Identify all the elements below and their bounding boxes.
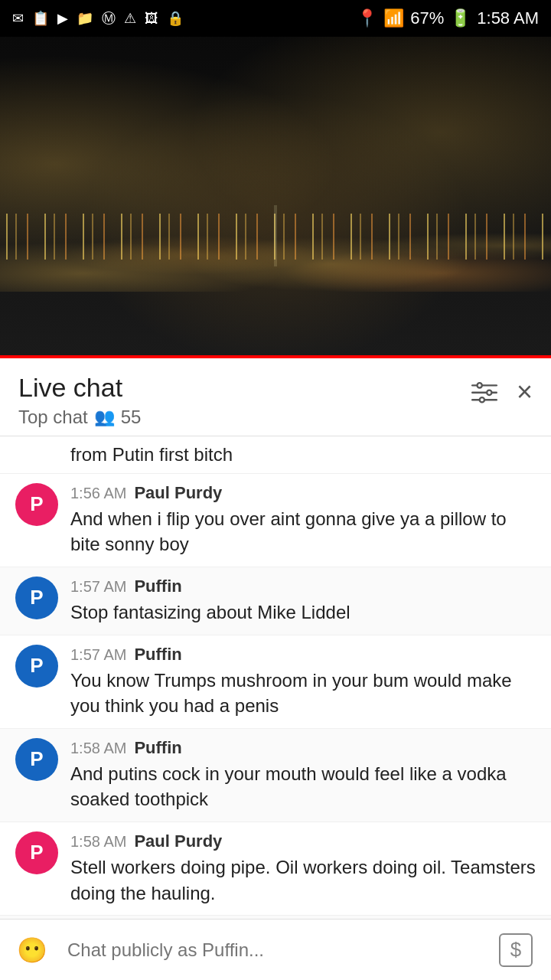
truncated-message: from Putin first bitch: [0, 436, 551, 474]
message-meta: 1:57 AM Puffin: [70, 645, 536, 665]
chat-input-bar: 😶 $: [0, 919, 551, 980]
message-author: Puffin: [134, 645, 181, 665]
send-superchat-button[interactable]: $: [493, 930, 539, 970]
video-background: [0, 37, 551, 355]
send-icon: $: [499, 933, 533, 967]
filter-button[interactable]: [468, 381, 495, 403]
message-content: 1:58 AM Puffin And putins cock in your m…: [70, 738, 536, 812]
live-chat-section: Live chat Top chat 👥 55 ×: [0, 358, 551, 972]
battery-icon: 🔋: [450, 8, 471, 28]
message-time: 1:58 AM: [70, 740, 126, 757]
avatar-letter: P: [30, 841, 43, 864]
avatar-letter: P: [30, 654, 43, 678]
svg-point-1: [477, 383, 481, 387]
avatar-letter: P: [30, 492, 43, 516]
svg-point-3: [487, 390, 491, 395]
message-time: 1:56 AM: [70, 485, 126, 502]
message-author: Paul Purdy: [134, 831, 222, 851]
status-bar-left: ✉ 📋 ▶ 📁 Ⓜ ⚠ 🖼 🔒: [12, 9, 186, 28]
notification-icons: ✉ 📋 ▶ 📁 Ⓜ ⚠ 🖼 🔒: [12, 9, 186, 28]
distant-lights: [0, 200, 551, 292]
chat-message: P 1:57 AM Puffin Stop fantasizing about …: [0, 567, 551, 635]
avatar-letter: P: [30, 586, 43, 609]
svg-point-5: [480, 397, 484, 402]
viewer-count: 55: [121, 407, 142, 428]
status-bar: ✉ 📋 ▶ 📁 Ⓜ ⚠ 🖼 🔒 📍 📶 67% 🔋 1:58 AM: [0, 0, 551, 37]
chat-message: P 1:58 AM Paul Purdy Stell workers doing…: [0, 822, 551, 916]
message-author: Puffin: [134, 577, 181, 596]
time-display: 1:58 AM: [477, 8, 539, 28]
message-meta: 1:56 AM Paul Purdy: [70, 483, 536, 503]
top-chat-label: Top chat: [18, 407, 88, 428]
battery-percentage: 67%: [410, 8, 444, 28]
close-button[interactable]: ×: [517, 378, 533, 406]
emoji-button[interactable]: 😶: [12, 930, 52, 970]
avatar: P: [15, 738, 58, 781]
message-text: And when i flip you over aint gonna give…: [70, 506, 536, 557]
message-time: 1:57 AM: [70, 578, 126, 596]
message-meta: 1:58 AM Paul Purdy: [70, 831, 536, 851]
message-author: Puffin: [134, 738, 181, 758]
dollar-icon: $: [510, 938, 521, 962]
people-icon: 👥: [94, 407, 115, 427]
live-chat-header-left: Live chat Top chat 👥 55: [18, 372, 141, 428]
message-author: Paul Purdy: [134, 483, 222, 503]
status-bar-right: 📍 📶 67% 🔋 1:58 AM: [357, 8, 539, 28]
live-chat-header: Live chat Top chat 👥 55 ×: [0, 358, 551, 436]
message-meta: 1:58 AM Puffin: [70, 738, 536, 758]
live-chat-subtitle: Top chat 👥 55: [18, 407, 141, 428]
message-content: 1:57 AM Puffin Stop fantasizing about Mi…: [70, 577, 536, 626]
live-chat-header-right: ×: [468, 372, 533, 406]
avatar: P: [15, 483, 58, 526]
message-text: Stell workers doing pipe. Oil workers do…: [70, 854, 536, 906]
message-time: 1:58 AM: [70, 833, 126, 851]
message-content: 1:57 AM Puffin You know Trumps mushroom …: [70, 645, 536, 719]
avatar: P: [15, 645, 58, 688]
avatar: P: [15, 577, 58, 619]
chat-message: P 1:57 AM Puffin You know Trumps mushroo…: [0, 635, 551, 729]
message-content: 1:58 AM Paul Purdy Stell workers doing p…: [70, 831, 536, 906]
chat-messages-list: from Putin first bitch P 1:56 AM Paul Pu…: [0, 436, 551, 972]
truncated-text: from Putin first bitch: [70, 444, 233, 465]
emoji-icon: 😶: [17, 936, 47, 965]
wifi-icon: 📶: [383, 8, 404, 28]
message-text: You know Trumps mushroom in your bum wou…: [70, 668, 536, 719]
live-chat-title: Live chat: [18, 372, 141, 403]
location-icon: 📍: [357, 8, 377, 28]
message-time: 1:57 AM: [70, 646, 126, 664]
avatar-letter: P: [30, 747, 43, 771]
message-text: Stop fantasizing about Mike Liddel: [70, 599, 536, 626]
message-text: And putins cock in your mouth would feel…: [70, 761, 536, 812]
avatar: P: [15, 831, 58, 874]
video-player[interactable]: [0, 37, 551, 358]
filter-icon: [468, 381, 501, 403]
chat-message: P 1:56 AM Paul Purdy And when i flip you…: [0, 474, 551, 567]
chat-message: P 1:58 AM Puffin And putins cock in your…: [0, 729, 551, 822]
message-meta: 1:57 AM Puffin: [70, 577, 536, 596]
chat-input[interactable]: [61, 939, 484, 961]
message-content: 1:56 AM Paul Purdy And when i flip you o…: [70, 483, 536, 557]
